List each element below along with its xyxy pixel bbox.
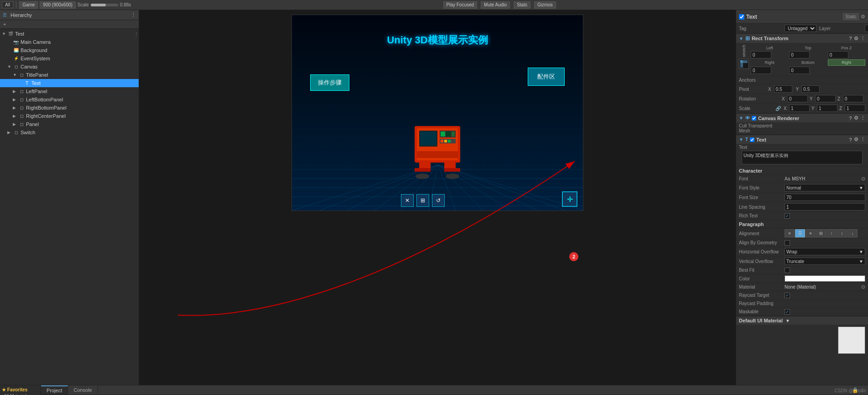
tc-help[interactable]: ?: [849, 137, 852, 142]
tree-item-eventsystem[interactable]: ⚡ EventSystem: [0, 54, 139, 63]
game-btn-left[interactable]: 操作步骤: [310, 74, 349, 91]
align-bottom-btn[interactable]: ↓: [847, 229, 858, 237]
best-fit-checkbox[interactable]: [785, 268, 790, 273]
anchor-widget[interactable]: [739, 59, 749, 69]
scale-x-input[interactable]: [789, 105, 810, 112]
align-right-btn[interactable]: ≡: [806, 229, 816, 237]
arrow: ▶: [7, 130, 13, 135]
scale-slider[interactable]: [91, 4, 118, 6]
rot-x-input[interactable]: [787, 95, 808, 102]
font-style-dropdown[interactable]: Normal ▼: [785, 184, 865, 191]
move-btn[interactable]: ✛: [562, 191, 577, 207]
canvas-renderer-header[interactable]: ▼ 👁 Canvas Renderer ? ⚙ ⋮: [736, 113, 868, 122]
tree-item-background[interactable]: 🌅 Background: [0, 46, 139, 54]
color-swatch[interactable]: [785, 275, 865, 282]
align-middle-btn[interactable]: ↕: [837, 229, 847, 237]
default-ui-header[interactable]: Default UI Material ▼: [736, 316, 868, 325]
tree-item-titlepanel[interactable]: ▼ ◻ TitlePanel: [0, 71, 139, 79]
line-spacing-input[interactable]: [785, 203, 865, 211]
inspector-settings-icon[interactable]: ⚙: [861, 14, 865, 20]
font-size-input[interactable]: [785, 194, 865, 201]
align-geo-checkbox[interactable]: [785, 240, 790, 246]
vert-overflow-dropdown[interactable]: Truncate ▼: [785, 258, 865, 265]
tag-dropdown[interactable]: Untagged: [785, 25, 816, 32]
component-enabled[interactable]: [739, 14, 744, 20]
horiz-overflow-dropdown[interactable]: Wrap ▼: [785, 248, 865, 255]
expand-arrow: ▼: [2, 32, 7, 36]
rich-text-checkbox[interactable]: ✓: [785, 213, 790, 219]
console-tab[interactable]: Console: [68, 386, 98, 394]
maskable-checkbox[interactable]: ✓: [785, 309, 790, 315]
align-center-btn[interactable]: ☰: [795, 229, 805, 237]
gizmos-btn[interactable]: Gizmos: [534, 1, 556, 9]
align-top-btn[interactable]: ↑: [826, 229, 837, 237]
hierarchy-menu-btn[interactable]: ⋮: [131, 12, 136, 18]
color-label: Color: [739, 276, 785, 281]
svg-rect-33: [415, 168, 431, 172]
close-btn[interactable]: ✕: [401, 194, 414, 207]
tree-item-rightbottompanel[interactable]: ▶ ◻ RightBottomPanel: [0, 104, 139, 112]
scene-icon: 🎬: [7, 31, 14, 37]
tree-item-leftbottompanel[interactable]: ▶ ◻ LeftBottomPanel: [0, 95, 139, 104]
rt-help-icon[interactable]: ?: [849, 36, 852, 41]
right-btn[interactable]: Right: [828, 59, 865, 66]
main-camera-label: Main Camera: [21, 39, 51, 45]
svg-rect-28: [444, 140, 447, 142]
tc-settings[interactable]: ⚙: [854, 137, 858, 142]
rt-settings-icon[interactable]: ⚙: [854, 36, 858, 42]
text-component-header[interactable]: ▼ T Text ? ⚙ ⋮: [736, 135, 868, 144]
rt-more-icon[interactable]: ⋮: [860, 36, 865, 42]
control-btn-2[interactable]: ↺: [432, 194, 445, 207]
font-select-icon[interactable]: ⊙: [861, 176, 865, 182]
resolution-select[interactable]: 900 (900x600): [40, 1, 76, 9]
text-content-input[interactable]: Unity 3D模型展示实例: [742, 151, 863, 164]
raycast-checkbox[interactable]: ✓: [785, 293, 790, 298]
fav-all-materials[interactable]: All Materials: [2, 393, 39, 395]
anchor-icon[interactable]: [739, 59, 749, 69]
unity-tab-all[interactable]: All: [2, 1, 13, 8]
tree-item-switch[interactable]: ▶ ◻ Switch: [0, 128, 139, 137]
mute-audio-btn[interactable]: Mute Audio: [481, 1, 510, 9]
bottom-header: Bottom: [789, 59, 826, 66]
pivot-x-input[interactable]: [774, 85, 792, 93]
stats-btn[interactable]: Stats: [514, 1, 530, 9]
material-row: Material None (Material) ⊙: [736, 283, 868, 291]
material-preview: [838, 327, 865, 354]
material-select-icon[interactable]: ⊙: [861, 284, 865, 290]
bottom-input[interactable]: [789, 67, 810, 74]
rot-z-input[interactable]: [843, 95, 863, 102]
hierarchy-add-btn[interactable]: +: [2, 21, 7, 27]
rot-y-input[interactable]: [815, 95, 836, 102]
game-tab[interactable]: Game: [19, 1, 38, 9]
tree-item-rightcenterpanel[interactable]: ▶ ◻ RightCenterPanel: [0, 112, 139, 120]
tc-more[interactable]: ⋮: [860, 137, 865, 142]
scale-y-input[interactable]: [817, 105, 837, 112]
scale-z-input[interactable]: [845, 105, 865, 112]
layer-dropdown[interactable]: UI: [865, 25, 868, 32]
favorites-header: ★ Favorites: [2, 387, 39, 392]
top-input[interactable]: [789, 51, 810, 58]
align-justify-btn[interactable]: ⊟: [816, 229, 826, 237]
pivot-y-input[interactable]: [801, 85, 820, 93]
rect-transform-header[interactable]: ▼ ⊞ Rect Transform ? ⚙ ⋮: [736, 33, 868, 43]
canvas-renderer-enabled[interactable]: [752, 116, 756, 121]
align-left-btn[interactable]: ≡: [785, 229, 795, 237]
scene-menu[interactable]: ⋮: [134, 32, 139, 37]
left-input[interactable]: [751, 51, 771, 58]
tree-item-panel[interactable]: ▶ ◻ Panel: [0, 120, 139, 128]
cr-settings[interactable]: ⚙: [854, 115, 858, 121]
cr-help[interactable]: ?: [849, 116, 852, 121]
tree-item-leftpanel[interactable]: ▶ ◻ LeftPanel: [0, 87, 139, 95]
posz-input[interactable]: [828, 51, 848, 58]
project-tab[interactable]: Project: [41, 385, 68, 395]
play-focused-btn[interactable]: Play Focused: [443, 1, 478, 9]
control-btn-1[interactable]: ⊞: [416, 194, 429, 207]
text-component-enabled[interactable]: [750, 137, 754, 142]
tree-item-main-camera[interactable]: 📷 Main Camera: [0, 38, 139, 46]
right-input[interactable]: [751, 67, 771, 74]
game-btn-right[interactable]: 配件区: [528, 68, 565, 86]
tree-item-canvas[interactable]: ▼ ◻ Canvas: [0, 63, 139, 71]
cr-more[interactable]: ⋮: [860, 115, 865, 121]
tree-item-root[interactable]: ▼ 🎬 Test ⋮: [0, 30, 139, 38]
tree-item-text[interactable]: T Text: [0, 79, 139, 87]
